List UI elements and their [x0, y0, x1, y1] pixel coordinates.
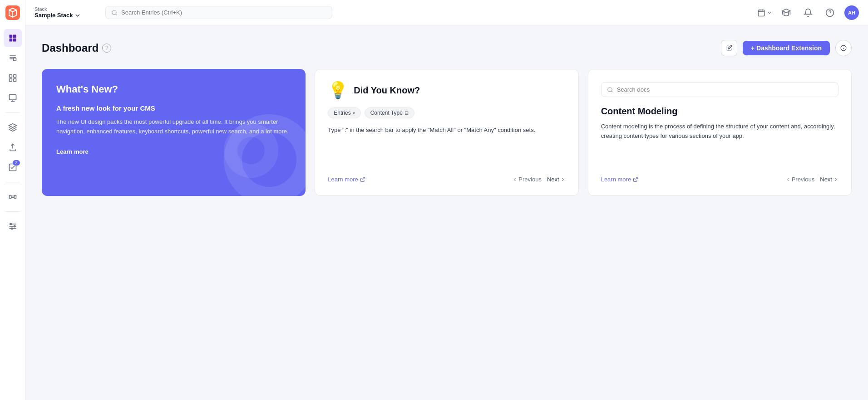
search-input[interactable] — [121, 9, 326, 16]
sidebar-item-releases[interactable] — [4, 138, 22, 156]
sidebar-item-layers[interactable] — [4, 118, 22, 137]
main-area: Stack Sample Stack AH — [25, 0, 868, 400]
sidebar-logo[interactable] — [5, 5, 20, 20]
tag-chevron: ▾ — [353, 111, 355, 116]
dropdown-icon — [767, 10, 772, 15]
svg-rect-1 — [9, 35, 12, 38]
stack-selector[interactable]: Stack Sample Stack — [35, 6, 98, 19]
sidebar-item-entries[interactable] — [4, 49, 22, 67]
next-button-did-you-know[interactable]: Next — [547, 176, 566, 183]
dashboard-extension-button[interactable]: + Dashboard Extension — [743, 41, 830, 55]
svg-rect-8 — [13, 58, 16, 61]
chevron-right-icon-docs — [833, 177, 838, 182]
sidebar-item-tasks[interactable]: 2 — [4, 158, 22, 176]
svg-rect-9 — [9, 75, 12, 78]
did-you-know-learn-more[interactable]: Learn more — [328, 176, 365, 183]
tasks-badge: 2 — [13, 160, 20, 166]
pencil-icon — [726, 45, 732, 51]
docs-footer: Learn more Previous Next — [601, 176, 838, 183]
did-you-know-title: Did You Know? — [354, 85, 420, 96]
did-you-know-nav: Previous Next — [512, 176, 565, 183]
content-area: Dashboard ? + Dashboard Extension What's… — [25, 25, 868, 400]
page-title-area: Dashboard ? — [42, 42, 111, 54]
svg-line-34 — [362, 177, 365, 180]
sidebar-item-assets[interactable] — [4, 89, 22, 107]
svg-rect-10 — [13, 75, 16, 78]
docs-title: Content Modeling — [601, 106, 838, 117]
stack-name[interactable]: Sample Stack — [35, 12, 98, 19]
stack-label: Stack — [35, 6, 98, 12]
topbar-actions: AH — [757, 5, 859, 20]
svg-line-36 — [635, 177, 638, 180]
notifications-icon[interactable] — [801, 5, 815, 20]
help-icon[interactable] — [823, 5, 837, 20]
whats-new-body: The new UI design packs the most powerfu… — [56, 117, 291, 137]
whats-new-card: What's New? A fresh new look for your CM… — [42, 69, 306, 196]
docs-search-icon — [607, 87, 613, 93]
user-avatar[interactable]: AH — [844, 5, 859, 20]
topbar: Stack Sample Stack AH — [25, 0, 868, 25]
did-you-know-header: 💡 Did You Know? — [328, 82, 565, 98]
svg-rect-16 — [14, 195, 16, 199]
svg-rect-13 — [9, 95, 16, 100]
sidebar-divider-3 — [5, 211, 20, 212]
chevron-right-icon — [560, 177, 566, 182]
docs-card: Content Modeling Content modeling is the… — [588, 69, 852, 196]
did-you-know-body: Type ":" in the search bar to apply the … — [328, 126, 565, 167]
did-you-know-footer: Learn more Previous Next — [328, 176, 565, 183]
page-header: Dashboard ? + Dashboard Extension — [42, 40, 852, 56]
svg-point-22 — [10, 223, 11, 224]
calendar-icon[interactable] — [757, 9, 772, 17]
page-title: Dashboard — [42, 42, 99, 54]
learning-icon[interactable] — [779, 5, 794, 20]
svg-point-30 — [826, 9, 834, 16]
tag-icon: ⊟ — [404, 110, 409, 116]
did-you-know-card: 💡 Did You Know? Entries ▾ Content Type ⊟… — [315, 69, 578, 196]
whats-new-subtitle: A fresh new look for your CMS — [56, 104, 291, 112]
svg-point-35 — [607, 87, 612, 91]
did-you-know-tags: Entries ▾ Content Type ⊟ — [328, 107, 565, 118]
entries-tag[interactable]: Entries ▾ — [328, 107, 360, 118]
prev-button-docs[interactable]: Previous — [785, 176, 815, 183]
info-icon — [840, 45, 847, 51]
svg-rect-15 — [9, 195, 11, 199]
svg-point-23 — [14, 225, 15, 227]
docs-external-link-icon — [633, 177, 638, 182]
search-icon — [111, 10, 118, 16]
svg-point-24 — [11, 228, 12, 229]
prev-button-did-you-know[interactable]: Previous — [512, 176, 542, 183]
edit-button[interactable] — [721, 40, 737, 56]
chevron-down-icon — [75, 13, 80, 18]
svg-rect-2 — [13, 35, 16, 38]
docs-learn-more[interactable]: Learn more — [601, 176, 638, 183]
svg-rect-11 — [9, 79, 12, 82]
docs-search-bar[interactable] — [601, 82, 838, 97]
docs-body: Content modeling is the process of defin… — [601, 122, 838, 167]
content-type-tag[interactable]: Content Type ⊟ — [365, 107, 414, 118]
search-bar[interactable] — [105, 6, 332, 19]
sidebar-item-dashboard[interactable] — [4, 29, 22, 47]
sidebar: 2 — [0, 0, 25, 400]
sidebar-item-extensions[interactable] — [4, 188, 22, 206]
dashboard-cards: What's New? A fresh new look for your CM… — [42, 69, 852, 196]
next-button-docs[interactable]: Next — [820, 176, 838, 183]
sidebar-item-content-model[interactable] — [4, 69, 22, 87]
chevron-left-icon-docs — [785, 177, 791, 182]
sidebar-divider-2 — [5, 182, 20, 182]
docs-search-input[interactable] — [617, 86, 833, 93]
page-actions: + Dashboard Extension — [721, 40, 852, 56]
svg-point-25 — [112, 10, 116, 14]
help-circle-icon[interactable]: ? — [102, 44, 111, 53]
bulb-icon: 💡 — [328, 82, 348, 98]
external-link-icon — [360, 177, 365, 182]
whats-new-learn-more[interactable]: Learn more — [56, 148, 89, 155]
sidebar-item-settings[interactable] — [4, 217, 22, 235]
svg-rect-4 — [13, 39, 16, 42]
chevron-left-icon — [512, 177, 518, 182]
sidebar-divider-1 — [5, 112, 20, 113]
svg-rect-12 — [13, 79, 16, 82]
info-button[interactable] — [835, 40, 852, 56]
svg-rect-3 — [9, 39, 12, 42]
svg-rect-26 — [758, 10, 764, 16]
docs-nav: Previous Next — [785, 176, 838, 183]
